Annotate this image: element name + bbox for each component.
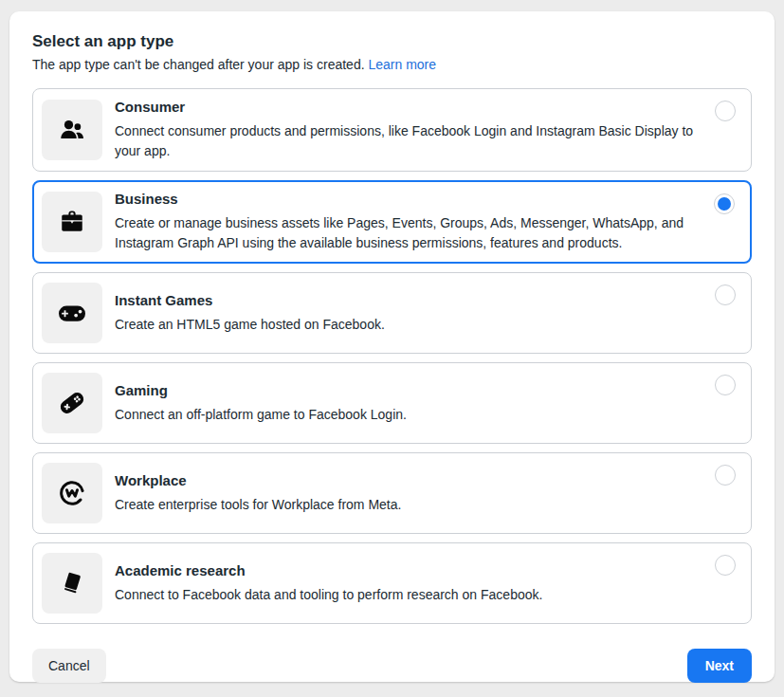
page-title: Select an app type xyxy=(32,32,752,51)
workplace-logo-icon xyxy=(56,477,88,509)
book-icon xyxy=(58,569,86,597)
learn-more-link[interactable]: Learn more xyxy=(368,57,436,72)
app-type-name: Gaming xyxy=(115,382,407,398)
icon-tile xyxy=(42,373,102,433)
app-type-description: Connect consumer products and permission… xyxy=(115,121,694,161)
radio-academic-research[interactable] xyxy=(715,555,736,576)
card-text: Gaming Connect an off-platform game to F… xyxy=(115,382,407,425)
instant-games-gamepad-icon xyxy=(57,298,87,328)
next-button[interactable]: Next xyxy=(687,649,752,683)
icon-tile xyxy=(42,100,102,160)
app-type-description: Create an HTML5 game hosted on Facebook. xyxy=(115,315,385,335)
cancel-button[interactable]: Cancel xyxy=(32,649,106,683)
select-app-type-dialog: Select an app type The app type can't be… xyxy=(9,11,775,682)
icon-tile xyxy=(42,463,102,523)
icon-tile xyxy=(42,283,102,343)
app-type-description: Connect an off-platform game to Facebook… xyxy=(115,405,407,425)
card-text: Business Create or manage business asset… xyxy=(115,191,694,253)
subtitle-text: The app type can't be changed after your… xyxy=(32,57,365,72)
app-type-card-instant-games[interactable]: Instant Games Create an HTML5 game hoste… xyxy=(32,272,752,354)
icon-tile xyxy=(42,192,102,252)
app-type-description: Create enterprise tools for Workplace fr… xyxy=(115,495,401,515)
people-icon xyxy=(58,116,86,144)
app-type-card-academic-research[interactable]: Academic research Connect to Facebook da… xyxy=(32,542,752,624)
icon-tile xyxy=(42,553,102,614)
app-type-name: Instant Games xyxy=(115,292,385,308)
app-type-card-workplace[interactable]: Workplace Create enterprise tools for Wo… xyxy=(32,452,752,534)
app-type-name: Business xyxy=(115,191,694,207)
radio-consumer[interactable] xyxy=(715,101,736,121)
dialog-footer: Cancel Next xyxy=(32,649,752,683)
radio-instant-games[interactable] xyxy=(715,284,736,305)
app-type-name: Consumer xyxy=(115,99,694,115)
app-type-description: Connect to Facebook data and tooling to … xyxy=(115,585,542,605)
radio-gaming[interactable] xyxy=(715,375,736,395)
card-text: Workplace Create enterprise tools for Wo… xyxy=(115,472,401,515)
card-text: Instant Games Create an HTML5 game hoste… xyxy=(115,292,385,335)
app-type-card-consumer[interactable]: Consumer Connect consumer products and p… xyxy=(32,88,752,172)
app-type-card-business[interactable]: Business Create or manage business asset… xyxy=(32,180,752,264)
briefcase-icon xyxy=(58,208,86,236)
page-subtitle: The app type can't be changed after your… xyxy=(32,57,752,72)
app-type-description: Create or manage business assets like Pa… xyxy=(115,213,694,253)
radio-workplace[interactable] xyxy=(715,465,736,486)
app-type-card-gaming[interactable]: Gaming Connect an off-platform game to F… xyxy=(32,362,752,444)
radio-business[interactable] xyxy=(714,193,735,214)
card-text: Academic research Connect to Facebook da… xyxy=(115,562,542,605)
game-controller-icon xyxy=(57,388,87,418)
app-type-name: Academic research xyxy=(115,562,542,578)
card-text: Consumer Connect consumer products and p… xyxy=(115,99,694,161)
app-type-list: Consumer Connect consumer products and p… xyxy=(32,88,752,624)
app-type-name: Workplace xyxy=(115,472,401,488)
